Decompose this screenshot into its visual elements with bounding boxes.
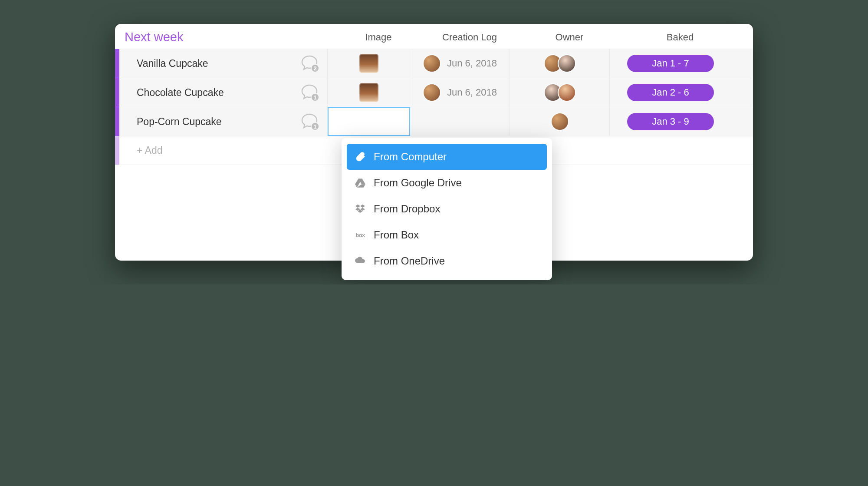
timeline-pill: Jan 2 - 6 (627, 84, 714, 101)
column-header-image[interactable]: Image (337, 32, 420, 43)
paperclip-icon (355, 151, 366, 162)
owner-cell[interactable] (510, 107, 610, 136)
menu-item-label: From OneDrive (374, 255, 445, 267)
creation-date: Jun 6, 2018 (447, 58, 497, 69)
menu-item-label: From Computer (374, 151, 447, 163)
creation-log-cell[interactable]: Jun 6, 2018 (410, 49, 510, 78)
table-row[interactable]: Chocolate Cupcake 1 Jun 6, 2018 Jan 2 - … (115, 78, 753, 107)
dropbox-icon (355, 203, 366, 215)
baked-cell[interactable]: Jan 2 - 6 (610, 78, 731, 107)
avatar (558, 83, 576, 102)
item-name-cell[interactable]: Vanilla Cupcake 2 (119, 49, 328, 78)
comment-count-badge: 2 (311, 64, 319, 73)
box-icon: box (355, 229, 366, 241)
owner-cell[interactable] (510, 49, 610, 78)
row-color-bar (115, 49, 119, 78)
upload-from-box[interactable]: box From Box (347, 222, 547, 248)
board-group-panel: Next week Image Creation Log Owner Baked… (115, 24, 753, 261)
comments-button[interactable]: 1 (300, 113, 319, 130)
comments-button[interactable]: 1 (300, 84, 319, 101)
menu-item-label: From Google Drive (374, 177, 462, 189)
upload-from-google-drive[interactable]: From Google Drive (347, 170, 547, 196)
table-row[interactable]: Vanilla Cupcake 2 Jun 6, 2018 Jan 1 - 7 (115, 49, 753, 78)
row-color-bar (115, 78, 119, 107)
avatar (551, 112, 569, 131)
upload-from-dropbox[interactable]: From Dropbox (347, 196, 547, 222)
row-color-bar (115, 107, 119, 136)
comments-button[interactable]: 2 (300, 55, 319, 72)
cupcake-thumbnail (359, 83, 378, 102)
creation-log-cell[interactable]: Jun 6, 2018 (410, 78, 510, 107)
avatar (558, 54, 576, 73)
item-name: Vanilla Cupcake (137, 58, 208, 69)
timeline-pill: Jan 1 - 7 (627, 55, 714, 72)
menu-item-label: From Dropbox (374, 203, 440, 215)
image-cell-active[interactable] (328, 107, 410, 136)
item-name-cell[interactable]: Chocolate Cupcake 1 (119, 78, 328, 107)
upload-from-computer[interactable]: From Computer (347, 144, 547, 170)
onedrive-icon (355, 255, 366, 267)
avatar (423, 54, 441, 73)
table-row[interactable]: Pop-Corn Cupcake 1 Jan 3 - 9 (115, 107, 753, 136)
baked-cell[interactable]: Jan 1 - 7 (610, 49, 731, 78)
upload-source-menu: From Computer From Google Drive From Dro… (342, 138, 552, 280)
comment-count-badge: 1 (311, 93, 319, 102)
creation-date: Jun 6, 2018 (447, 87, 497, 98)
column-header-owner[interactable]: Owner (519, 32, 619, 43)
baked-cell[interactable]: Jan 3 - 9 (610, 107, 731, 136)
item-name: Pop-Corn Cupcake (137, 116, 222, 128)
timeline-pill: Jan 3 - 9 (627, 113, 714, 130)
row-color-bar (115, 136, 119, 165)
column-header-creation-log[interactable]: Creation Log (420, 32, 519, 43)
image-cell[interactable] (328, 78, 410, 107)
group-header-row: Next week Image Creation Log Owner Baked (115, 24, 753, 49)
group-title[interactable]: Next week (125, 30, 337, 44)
upload-from-onedrive[interactable]: From OneDrive (347, 248, 547, 274)
item-name-cell[interactable]: Pop-Corn Cupcake 1 (119, 107, 328, 136)
item-name: Chocolate Cupcake (137, 87, 224, 99)
google-drive-icon (355, 177, 366, 188)
menu-item-label: From Box (374, 229, 419, 241)
comment-count-badge: 1 (311, 122, 319, 131)
add-row-label: + Add (119, 145, 162, 156)
image-cell[interactable] (328, 49, 410, 78)
avatar (423, 83, 441, 102)
column-header-baked[interactable]: Baked (619, 32, 741, 43)
cupcake-thumbnail (359, 54, 378, 73)
creation-log-cell[interactable] (410, 107, 510, 136)
owner-cell[interactable] (510, 78, 610, 107)
